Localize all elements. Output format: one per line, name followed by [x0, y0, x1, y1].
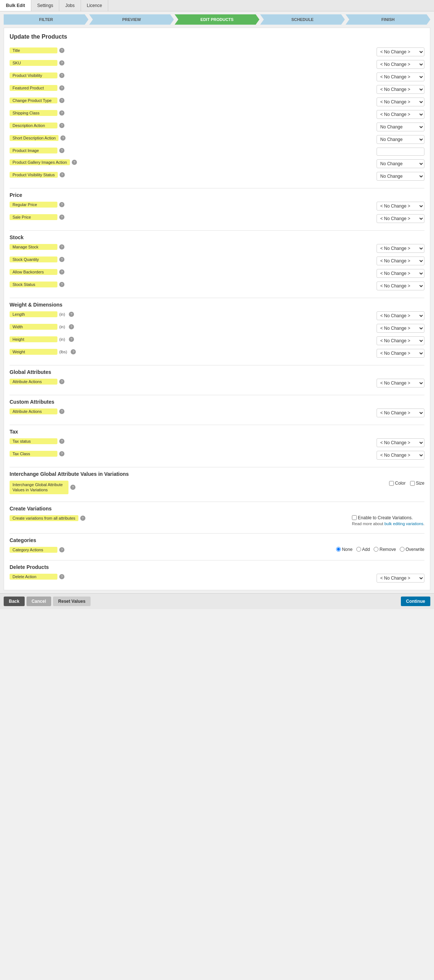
field-delete-action-select[interactable]: < No Change >	[377, 574, 424, 582]
field-manage-stock-select[interactable]: < No Change >	[377, 244, 424, 253]
field-length-info-icon[interactable]: ?	[69, 312, 74, 317]
field-width-row: Width (in) ? < No Change >	[10, 322, 424, 334]
field-sku-select[interactable]: < No Change >	[377, 60, 424, 69]
field-sale-price-info-icon[interactable]: ?	[59, 215, 64, 220]
back-button[interactable]: Back	[4, 597, 25, 606]
create-variations-checkbox-item[interactable]: Enable to Create Variations.	[352, 515, 413, 520]
field-product-gallery-select[interactable]: No Change	[377, 159, 424, 168]
field-allow-backorders-info-icon[interactable]: ?	[59, 269, 64, 275]
category-none-radio[interactable]	[336, 547, 341, 552]
section-categories: Categories	[10, 533, 424, 543]
field-height-info-icon[interactable]: ?	[69, 337, 74, 342]
field-custom-attr-actions-info-icon[interactable]: ?	[59, 409, 64, 414]
interchange-size-item[interactable]: Size	[410, 480, 424, 486]
field-global-attr-actions-select[interactable]: < No Change >	[377, 379, 424, 388]
main-content: Update the Products Title ? < No Change …	[4, 28, 430, 590]
tab-settings[interactable]: Settings	[31, 0, 59, 11]
field-weight-unit: (lbs)	[59, 350, 67, 354]
interchange-size-checkbox[interactable]	[410, 481, 415, 486]
field-stock-status-select[interactable]: < No Change >	[377, 282, 424, 290]
field-product-gallery-label: Product Gallery Images Action	[10, 159, 70, 165]
tab-bulk-edit[interactable]: Bulk Edit	[0, 0, 31, 11]
reset-values-button[interactable]: Reset Values	[53, 597, 91, 606]
field-regular-price-select[interactable]: < No Change >	[377, 202, 424, 210]
field-featured-product-info-icon[interactable]: ?	[59, 85, 64, 91]
field-product-visibility-select[interactable]: < No Change >	[377, 73, 424, 81]
field-product-visibility-status-info-icon[interactable]: ?	[60, 172, 65, 177]
category-remove-radio[interactable]	[373, 547, 378, 552]
field-sale-price-select[interactable]: < No Change >	[377, 214, 424, 223]
field-create-variations-info-icon[interactable]: ?	[80, 515, 85, 521]
category-overwrite-item[interactable]: Overwrite	[400, 547, 424, 552]
field-tax-class-info-icon[interactable]: ?	[59, 451, 64, 456]
field-regular-price-info-icon[interactable]: ?	[59, 202, 64, 207]
section-tax: Tax	[10, 425, 424, 434]
field-tax-class-select[interactable]: < No Change >	[377, 451, 424, 460]
field-title-select[interactable]: < No Change >	[377, 48, 424, 56]
field-featured-product-row: Featured Product ? < No Change >	[10, 83, 424, 96]
tab-licence[interactable]: Licence	[81, 0, 108, 11]
category-overwrite-radio[interactable]	[400, 547, 405, 552]
field-width-info-icon[interactable]: ?	[69, 324, 74, 329]
category-add-radio[interactable]	[356, 547, 361, 552]
interchange-color-checkbox[interactable]	[389, 481, 394, 486]
field-height-label: Height	[10, 336, 57, 342]
field-tax-status-info-icon[interactable]: ?	[59, 439, 64, 444]
continue-button[interactable]: Continue	[401, 597, 430, 606]
create-variations-checkbox[interactable]	[352, 515, 357, 520]
field-description-action-info-icon[interactable]: ?	[59, 123, 64, 128]
field-stock-status-info-icon[interactable]: ?	[59, 282, 64, 287]
field-product-visibility-label: Product Visibility	[10, 73, 57, 78]
field-custom-attr-actions-select[interactable]: < No Change >	[377, 409, 424, 417]
field-product-visibility-status-select[interactable]: No Change	[377, 172, 424, 181]
field-shipping-class-info-icon[interactable]: ?	[59, 110, 64, 116]
field-stock-quantity-select[interactable]: < No Change >	[377, 256, 424, 265]
step-finish[interactable]: FINISH	[346, 14, 430, 25]
field-featured-product-select[interactable]: < No Change >	[377, 85, 424, 94]
step-schedule[interactable]: SCHEDULE	[260, 14, 345, 25]
field-weight-info-icon[interactable]: ?	[71, 349, 76, 355]
field-product-visibility-info-icon[interactable]: ?	[59, 73, 64, 78]
field-delete-action-info-icon[interactable]: ?	[59, 574, 64, 579]
interchange-color-item[interactable]: Color	[389, 480, 406, 486]
field-description-action-select[interactable]: No Change	[377, 123, 424, 131]
field-tax-status-select[interactable]: < No Change >	[377, 438, 424, 447]
step-edit-products[interactable]: EDIT PRODUCTS	[174, 14, 259, 25]
field-short-description-action-select[interactable]: No Change	[377, 135, 424, 144]
field-title-info-icon[interactable]: ?	[59, 48, 64, 53]
field-custom-attr-actions-row: Attribute Actions ? < No Change >	[10, 407, 424, 419]
step-filter[interactable]: FILTER	[4, 14, 88, 25]
field-height-select[interactable]: < No Change >	[377, 336, 424, 345]
field-length-select[interactable]: < No Change >	[377, 311, 424, 320]
field-manage-stock-info-icon[interactable]: ?	[59, 244, 64, 250]
section-global-attributes: Global Attributes	[10, 365, 424, 375]
field-product-gallery-info-icon[interactable]: ?	[72, 160, 77, 165]
field-weight-label: Weight	[10, 349, 57, 355]
section-delete-products: Delete Products	[10, 560, 424, 570]
field-interchange-info-icon[interactable]: ?	[70, 485, 75, 490]
section-create-variations: Create Variations	[10, 501, 424, 512]
field-category-actions-info-icon[interactable]: ?	[59, 547, 64, 552]
field-product-image-info-icon[interactable]: ?	[59, 148, 64, 153]
field-global-attr-actions-info-icon[interactable]: ?	[59, 379, 64, 384]
category-remove-item[interactable]: Remove	[373, 547, 396, 552]
field-weight-select[interactable]: < No Change >	[377, 349, 424, 358]
step-preview[interactable]: PREVIEW	[89, 14, 174, 25]
field-allow-backorders-select[interactable]: < No Change >	[377, 269, 424, 278]
field-change-product-type-select[interactable]: < No Change >	[377, 97, 424, 107]
field-shipping-class-select[interactable]: < No Change >	[377, 110, 424, 119]
bulk-editing-variations-link[interactable]: bulk editing variations	[384, 522, 423, 526]
category-none-item[interactable]: None	[336, 547, 353, 552]
category-add-item[interactable]: Add	[356, 547, 370, 552]
field-short-description-action-info-icon[interactable]: ?	[61, 135, 65, 141]
interchange-size-label: Size	[416, 480, 424, 486]
field-change-product-type-info-icon[interactable]: ?	[59, 98, 64, 103]
field-product-image-input[interactable]	[377, 148, 424, 156]
field-manage-stock-label: Manage Stock	[10, 244, 57, 250]
cancel-button[interactable]: Cancel	[27, 597, 51, 606]
tab-jobs[interactable]: Jobs	[59, 0, 81, 11]
field-stock-quantity-info-icon[interactable]: ?	[59, 257, 64, 262]
field-sku-info-icon[interactable]: ?	[59, 60, 64, 65]
field-short-description-action-label: Short Description Action	[10, 135, 59, 141]
field-width-select[interactable]: < No Change >	[377, 324, 424, 332]
